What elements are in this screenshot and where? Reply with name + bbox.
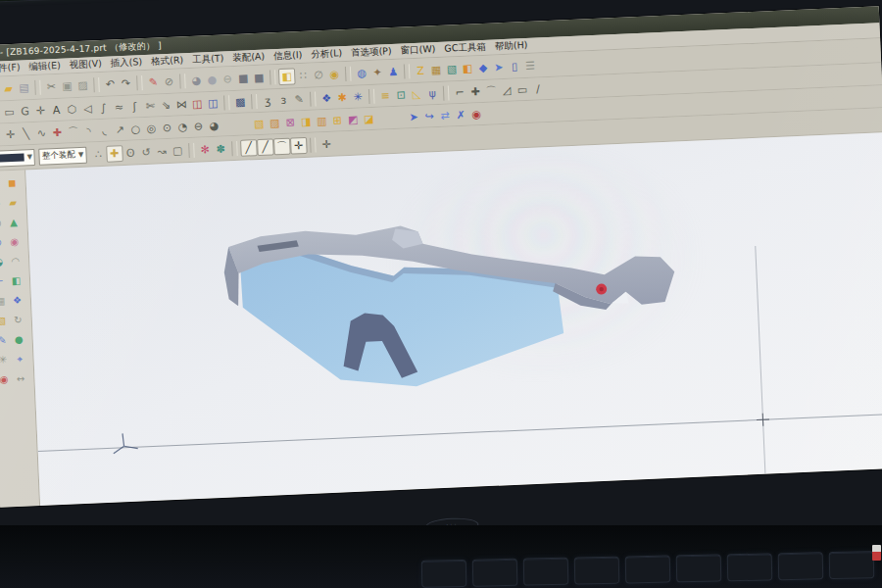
- helix-icon[interactable]: ʃ: [126, 98, 143, 116]
- surface-offset-icon[interactable]: ⊞: [329, 112, 346, 129]
- cut-icon[interactable]: ✂: [43, 77, 60, 95]
- display-style-2-icon[interactable]: ■: [251, 69, 268, 86]
- record-cam-icon[interactable]: ◉: [468, 105, 485, 122]
- join-curve-icon[interactable]: ⋈: [173, 96, 190, 114]
- surface-replace-icon[interactable]: ◨: [298, 113, 315, 130]
- surface-extrude-icon[interactable]: ▧: [251, 115, 268, 132]
- selection-scope-combo[interactable]: 整个装配 ▼: [39, 146, 87, 165]
- extend-plus-icon[interactable]: ✚: [467, 82, 484, 100]
- orbit-icon[interactable]: ↺: [138, 143, 155, 161]
- shaded-view-icon[interactable]: ◕: [188, 72, 205, 89]
- blue-tube-icon[interactable]: ⊜: [0, 234, 6, 250]
- open-folder-icon[interactable]: ▰: [0, 79, 17, 97]
- curve-wave-icon[interactable]: ≈: [111, 98, 127, 116]
- pan-hand-icon[interactable]: ʘ: [122, 144, 139, 162]
- pen-point-icon[interactable]: ✎: [291, 90, 308, 108]
- circle-minus-icon[interactable]: ⊖: [190, 118, 207, 135]
- chamfer-icon[interactable]: ◿: [499, 81, 515, 99]
- arrow-flip-icon[interactable]: ↪: [421, 108, 438, 125]
- blue-axis-icon[interactable]: ⌖: [12, 352, 27, 368]
- blue-doc-icon[interactable]: ▯: [507, 58, 523, 75]
- select-box-icon[interactable]: ▢: [0, 175, 3, 191]
- measure-color-icon[interactable]: ✚: [49, 123, 66, 141]
- green-pyramid-icon[interactable]: ▲: [6, 215, 22, 230]
- snap-point-color-icon[interactable]: ✻: [197, 141, 214, 159]
- copy-icon[interactable]: ▣: [59, 77, 75, 95]
- menu-item-9[interactable]: 首选项(P): [347, 45, 396, 60]
- gray-mesh-icon[interactable]: ▦: [0, 293, 8, 309]
- delete-icon[interactable]: ⊘: [161, 73, 177, 90]
- surface-revolve-icon[interactable]: ▨: [267, 114, 283, 131]
- blue-corner-icon[interactable]: ⌐: [0, 273, 7, 289]
- tag-tool-icon[interactable]: ◁: [79, 100, 96, 118]
- menu-item-2[interactable]: 视图(V): [66, 58, 106, 73]
- trim-scissor-icon[interactable]: ✄: [142, 97, 159, 115]
- circle-icon[interactable]: ○: [127, 121, 144, 138]
- menu-item-11[interactable]: GC工具箱: [440, 41, 490, 56]
- green-dot-icon[interactable]: ●: [11, 332, 26, 348]
- surface-delete-icon[interactable]: ⊠: [282, 114, 299, 131]
- add-boxed-icon[interactable]: ✚: [106, 145, 123, 163]
- role-user-icon[interactable]: ♟: [385, 63, 402, 80]
- gray-revolve-icon[interactable]: ↻: [11, 313, 26, 328]
- folder-small-icon[interactable]: ▰: [5, 195, 21, 211]
- move-tool-icon[interactable]: ✛: [32, 102, 49, 120]
- circle-dot-icon[interactable]: ⊙: [159, 119, 175, 136]
- tri-surface-icon[interactable]: ◺: [409, 85, 425, 103]
- green-cube-icon[interactable]: ◧: [9, 273, 24, 289]
- gray-cylinder-icon[interactable]: ◍: [0, 215, 5, 230]
- compare-doc-red-icon[interactable]: ◫: [189, 95, 206, 113]
- arc-low-icon[interactable]: ◟: [96, 122, 113, 139]
- expression-icon[interactable]: ≡: [377, 86, 394, 104]
- teal-cap-icon[interactable]: ◒: [0, 254, 7, 270]
- sketch-line-icon[interactable]: ╱: [240, 139, 258, 157]
- menu-item-12[interactable]: 帮助(H): [491, 39, 532, 54]
- snap-toggle-icon[interactable]: ∴: [90, 145, 107, 163]
- snap-grid-icon[interactable]: ∷: [295, 67, 312, 84]
- orange-solid-icon[interactable]: ◧: [460, 60, 476, 77]
- red-pin-icon[interactable]: ◉: [0, 371, 12, 387]
- blue-solid-icon[interactable]: ◆: [475, 59, 492, 76]
- mirror-curve-icon[interactable]: ɜ: [275, 91, 292, 109]
- sketch-line-2-icon[interactable]: ╱: [257, 138, 274, 156]
- tan-surface-icon[interactable]: ▧: [0, 313, 9, 328]
- workbench-icon[interactable]: ▦: [428, 61, 445, 78]
- color-filter-combo[interactable]: ▼: [0, 148, 35, 167]
- offset-curve-icon[interactable]: ʒ: [260, 92, 276, 110]
- datum-point-icon[interactable]: ❖: [318, 89, 335, 107]
- sketch-plus-icon[interactable]: ✛: [290, 136, 308, 154]
- spline-icon[interactable]: ∫: [95, 99, 112, 117]
- paste-icon[interactable]: ▨: [74, 76, 91, 94]
- graphics-viewport[interactable]: [25, 132, 882, 506]
- arrow-sync-icon[interactable]: ➤: [406, 108, 422, 125]
- sketch-task-icon[interactable]: ➤: [491, 58, 508, 75]
- gray-dim-icon[interactable]: ↔: [13, 371, 28, 387]
- rectangle-icon[interactable]: ▭: [1, 103, 18, 121]
- project-curve-icon[interactable]: ⇘: [158, 96, 174, 114]
- rope-curve-icon[interactable]: ↝: [154, 142, 171, 160]
- text-tool-icon[interactable]: A: [48, 101, 65, 119]
- undo-icon[interactable]: ↶: [102, 75, 119, 93]
- surface-extend-icon[interactable]: ◪: [361, 110, 377, 127]
- teal-surface-icon[interactable]: ▧: [444, 60, 461, 77]
- display-style-icon[interactable]: ■: [235, 70, 252, 87]
- snap-mid-color-icon[interactable]: ✽: [213, 140, 229, 158]
- surface-sew-icon[interactable]: ▥: [314, 112, 330, 129]
- point-star-icon[interactable]: ✱: [334, 88, 351, 106]
- arc-up-icon[interactable]: ⌒: [65, 122, 81, 140]
- mark-x-icon[interactable]: ✗: [453, 106, 469, 123]
- grip-tool-icon[interactable]: ψ: [424, 84, 441, 102]
- tool-hammer-icon[interactable]: ✦: [369, 64, 386, 81]
- lasso-select-icon[interactable]: ▢: [170, 142, 186, 160]
- annotate-icon[interactable]: ✎: [145, 74, 162, 91]
- wireframe-view-icon[interactable]: ●: [204, 71, 220, 88]
- menu-item-0[interactable]: 文件(F): [0, 61, 24, 75]
- surface-patch-icon[interactable]: ◩: [345, 111, 362, 128]
- redo-icon[interactable]: ↷: [118, 74, 134, 92]
- sport-sunglasses-3d-model[interactable]: [210, 199, 712, 410]
- menu-item-4[interactable]: 格式(R): [147, 54, 188, 69]
- render-style-icon[interactable]: ◉: [326, 66, 343, 83]
- orange-box-icon[interactable]: ◼: [4, 175, 20, 191]
- menu-item-8[interactable]: 分析(L): [307, 47, 346, 62]
- circle-arc-icon[interactable]: ◔: [174, 119, 191, 136]
